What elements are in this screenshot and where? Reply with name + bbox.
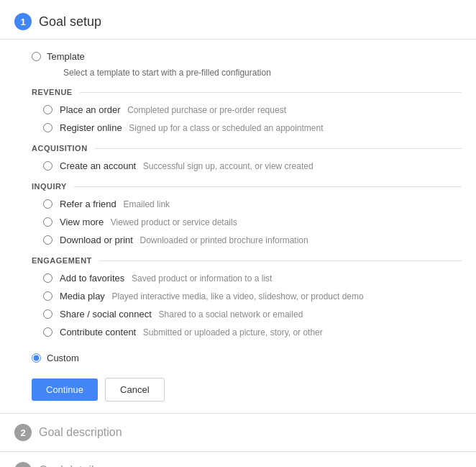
- contribute-content-radio[interactable]: [43, 327, 52, 337]
- contribute-content-name: Contribute content: [60, 327, 136, 337]
- template-radio[interactable]: [32, 52, 41, 61]
- media-play-radio[interactable]: [43, 291, 52, 301]
- engagement-line: [99, 260, 462, 261]
- refer-friend-name: Refer a friend: [60, 199, 116, 209]
- add-favorites-radio[interactable]: [43, 273, 52, 283]
- acquisition-section: ACQUISITION Create an account Successful…: [32, 144, 462, 175]
- revenue-section: REVENUE Place an order Completed purchas…: [32, 88, 462, 137]
- acquisition-line: [95, 148, 462, 149]
- custom-radio[interactable]: [32, 353, 41, 363]
- add-favorites-desc: Saved product or information to a list: [132, 273, 272, 284]
- revenue-label: REVENUE: [32, 88, 73, 96]
- download-print-name: Download or print: [60, 235, 133, 245]
- step3-circle: 3: [14, 462, 32, 467]
- step1-header: 1 Goal setup: [0, 0, 476, 40]
- register-online-option[interactable]: Register online Signed up for a class or…: [32, 119, 462, 137]
- inquiry-section: INQUIRY Refer a friend Emailed link View…: [32, 182, 462, 249]
- main-content: Template Select a template to start with…: [0, 40, 476, 414]
- refer-friend-option[interactable]: Refer a friend Emailed link: [32, 195, 462, 213]
- register-online-desc: Signed up for a class or scheduled an ap…: [129, 123, 323, 133]
- place-order-desc: Completed purchase or pre-order request: [127, 105, 286, 115]
- page-container: 1 Goal setup Template Select a template …: [0, 0, 476, 467]
- download-print-option[interactable]: Download or print Downloaded or printed …: [32, 231, 462, 249]
- share-social-radio[interactable]: [43, 309, 52, 319]
- contribute-content-option[interactable]: Contribute content Submitted or uploaded…: [32, 323, 462, 341]
- create-account-desc: Successful sign up, account, or view cre…: [143, 161, 313, 171]
- view-more-desc: Viewed product or service details: [111, 217, 237, 227]
- acquisition-header: ACQUISITION: [32, 144, 462, 153]
- create-account-name: Create an account: [60, 160, 136, 171]
- share-social-option[interactable]: Share / social connect Shared to a socia…: [32, 305, 462, 323]
- revenue-header: REVENUE: [32, 88, 462, 96]
- place-order-name: Place an order: [60, 104, 121, 115]
- custom-section: Custom: [32, 353, 462, 363]
- create-account-radio[interactable]: [43, 161, 52, 171]
- register-online-name: Register online: [60, 122, 122, 133]
- add-favorites-name: Add to favorites: [60, 273, 124, 284]
- media-play-desc: Played interactive media, like a video, …: [112, 291, 364, 301]
- view-more-name: View more: [60, 217, 104, 227]
- acquisition-label: ACQUISITION: [32, 144, 88, 153]
- refer-friend-desc: Emailed link: [123, 199, 170, 209]
- place-order-radio[interactable]: [43, 105, 52, 114]
- share-social-desc: Shared to a social network or emailed: [159, 309, 303, 319]
- cancel-button[interactable]: Cancel: [105, 378, 164, 402]
- engagement-label: ENGAGEMENT: [32, 256, 92, 265]
- step3-collapsed: 3 Goal details: [0, 452, 476, 467]
- inquiry-header: INQUIRY: [32, 182, 462, 191]
- view-more-radio[interactable]: [43, 217, 52, 227]
- button-row: Continue Cancel: [32, 378, 462, 402]
- template-description: Select a template to start with a pre-fi…: [63, 68, 462, 78]
- place-order-option[interactable]: Place an order Completed purchase or pre…: [32, 101, 462, 119]
- download-print-radio[interactable]: [43, 235, 52, 245]
- add-favorites-option[interactable]: Add to favorites Saved product or inform…: [32, 269, 462, 287]
- step1-title: Goal setup: [39, 14, 101, 30]
- template-label[interactable]: Template: [47, 51, 85, 62]
- engagement-header: ENGAGEMENT: [32, 256, 462, 265]
- step2-title: Goal description: [39, 426, 122, 439]
- step2-collapsed: 2 Goal description: [0, 414, 476, 452]
- view-more-option[interactable]: View more Viewed product or service deta…: [32, 213, 462, 231]
- revenue-line: [80, 92, 462, 93]
- engagement-section: ENGAGEMENT Add to favorites Saved produc…: [32, 256, 462, 341]
- step3-title: Goal details: [39, 464, 100, 467]
- share-social-name: Share / social connect: [60, 309, 152, 319]
- step1-circle: 1: [14, 13, 32, 30]
- refer-friend-radio[interactable]: [43, 199, 52, 209]
- register-online-radio[interactable]: [43, 123, 52, 132]
- media-play-name: Media play: [60, 291, 105, 301]
- media-play-option[interactable]: Media play Played interactive media, lik…: [32, 287, 462, 305]
- create-account-option[interactable]: Create an account Successful sign up, ac…: [32, 157, 462, 175]
- custom-option[interactable]: Custom: [32, 353, 462, 363]
- contribute-content-desc: Submitted or uploaded a picture, story, …: [143, 327, 323, 337]
- step2-circle: 2: [14, 424, 32, 441]
- custom-label[interactable]: Custom: [47, 353, 79, 363]
- inquiry-line: [74, 186, 462, 187]
- inquiry-label: INQUIRY: [32, 182, 67, 191]
- template-option[interactable]: Template: [32, 51, 462, 62]
- continue-button[interactable]: Continue: [32, 378, 98, 401]
- download-print-desc: Downloaded or printed brochure informati…: [140, 235, 308, 245]
